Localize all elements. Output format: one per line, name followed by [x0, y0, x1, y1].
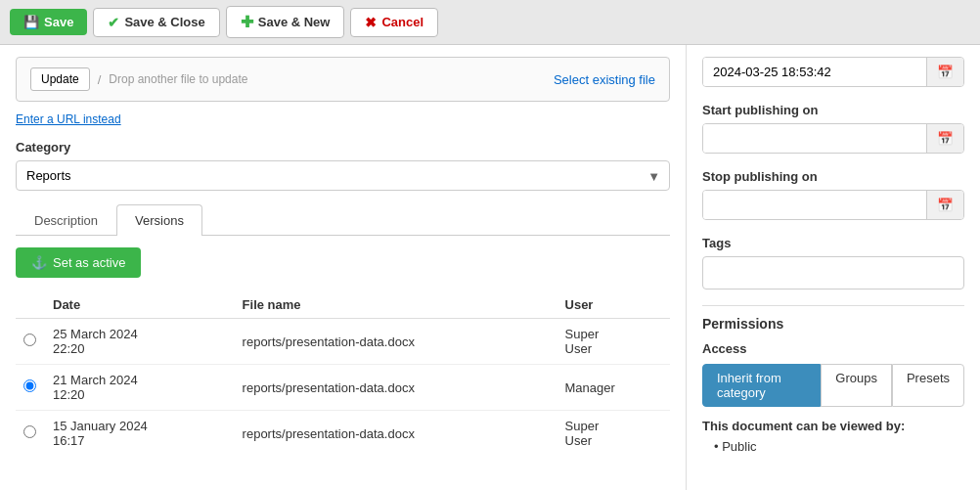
date-modified-calendar-button[interactable]: 📅 [926, 58, 963, 86]
save-button[interactable]: 💾 Save [10, 9, 87, 35]
category-label: Category [16, 140, 670, 155]
cancel-button[interactable]: ✖ Cancel [350, 8, 438, 37]
calendar-icon: 📅 [937, 198, 954, 212]
filename-cell: reports/presentation-data.docx [235, 365, 557, 411]
user-cell: Manager [557, 365, 670, 411]
radio-cell [16, 319, 45, 365]
tags-field: Tags [702, 236, 964, 290]
col-date: Date [45, 291, 235, 319]
url-link[interactable]: Enter a URL instead [16, 112, 121, 126]
table-row: 15 January 202416:17 reports/presentatio… [16, 411, 670, 457]
radio-cell [16, 365, 45, 411]
plus-icon: ✚ [241, 13, 253, 31]
date-cell: 25 March 202422:20 [45, 319, 235, 365]
versions-table: Date File name User 25 March 202422:20 r… [16, 291, 670, 456]
filename-cell: reports/presentation-data.docx [235, 411, 557, 457]
viewed-by-item: • Public [714, 439, 964, 454]
calendar-icon: 📅 [937, 65, 954, 79]
access-label: Access [702, 341, 964, 356]
version-radio-2[interactable] [23, 425, 36, 438]
date-cell: 21 March 202412:20 [45, 365, 235, 411]
select-existing-file-link[interactable]: Select existing file [554, 72, 655, 87]
file-zone: Update / Drop another file to update Sel… [16, 57, 670, 102]
table-row: 25 March 202422:20 reports/presentation-… [16, 319, 670, 365]
table-row: 21 March 202412:20 reports/presentation-… [16, 365, 670, 411]
version-radio-0[interactable] [23, 334, 36, 346]
access-tab-presets[interactable]: Presets [892, 364, 964, 407]
file-separator: / [98, 72, 102, 87]
tab-versions[interactable]: Versions [116, 204, 202, 236]
calendar-icon: 📅 [937, 131, 954, 146]
stop-publishing-input[interactable] [703, 191, 926, 219]
anchor-icon: ⚓ [31, 255, 47, 270]
set-as-active-button[interactable]: ⚓ Set as active [16, 247, 141, 278]
tags-label: Tags [702, 236, 964, 250]
save-close-button[interactable]: ✔ Save & Close [93, 8, 219, 37]
save-new-button[interactable]: ✚ Save & New [226, 6, 345, 38]
x-icon: ✖ [365, 15, 377, 30]
start-publishing-input[interactable] [703, 124, 926, 153]
toolbar: 💾 Save ✔ Save & Close ✚ Save & New ✖ Can… [0, 0, 980, 45]
permissions-title: Permissions [702, 316, 964, 332]
date-modified-input-row: 📅 [702, 57, 964, 87]
radio-cell [16, 411, 45, 457]
category-select-wrapper: Reports ▼ [16, 160, 670, 191]
access-tab-inherit[interactable]: Inherit from category [702, 364, 821, 407]
stop-publishing-input-row: 📅 [702, 190, 964, 220]
right-panel: 📅 Start publishing on 📅 Stop publishing … [687, 45, 980, 490]
file-zone-left: Update / Drop another file to update [30, 67, 247, 91]
tags-input[interactable] [702, 256, 964, 290]
start-publishing-input-row: 📅 [702, 123, 964, 154]
user-cell: SuperUser [557, 319, 670, 365]
start-publishing-calendar-button[interactable]: 📅 [926, 124, 963, 153]
start-publishing-field: Start publishing on 📅 [702, 103, 964, 154]
viewed-by-label: This document can be viewed by: [702, 419, 964, 433]
stop-publishing-calendar-button[interactable]: 📅 [926, 191, 963, 219]
stop-publishing-label: Stop publishing on [702, 169, 964, 184]
date-modified-input[interactable] [703, 58, 926, 86]
check-icon: ✔ [108, 15, 119, 30]
left-panel: Update / Drop another file to update Sel… [0, 45, 687, 490]
date-cell: 15 January 202416:17 [45, 411, 235, 457]
tabs: Description Versions [16, 204, 670, 236]
filename-cell: reports/presentation-data.docx [235, 319, 557, 365]
user-cell: SuperUser [557, 411, 670, 457]
update-button[interactable]: Update [30, 67, 90, 91]
access-tab-groups[interactable]: Groups [821, 364, 892, 407]
start-publishing-label: Start publishing on [702, 103, 964, 117]
category-select[interactable]: Reports [16, 160, 670, 191]
version-radio-1[interactable] [23, 379, 36, 392]
tab-description[interactable]: Description [16, 204, 116, 236]
divider [702, 305, 964, 306]
save-icon: 💾 [23, 15, 39, 29]
access-tabs: Inherit from category Groups Presets [702, 364, 964, 407]
main-layout: Update / Drop another file to update Sel… [0, 45, 980, 490]
col-filename: File name [235, 291, 557, 319]
stop-publishing-field: Stop publishing on 📅 [702, 169, 964, 220]
col-select [16, 291, 45, 319]
col-user: User [557, 291, 670, 319]
date-modified-field: 📅 [702, 57, 964, 87]
file-drop-text: Drop another file to update [109, 72, 247, 86]
permissions-section: Permissions Access Inherit from category… [702, 316, 964, 454]
